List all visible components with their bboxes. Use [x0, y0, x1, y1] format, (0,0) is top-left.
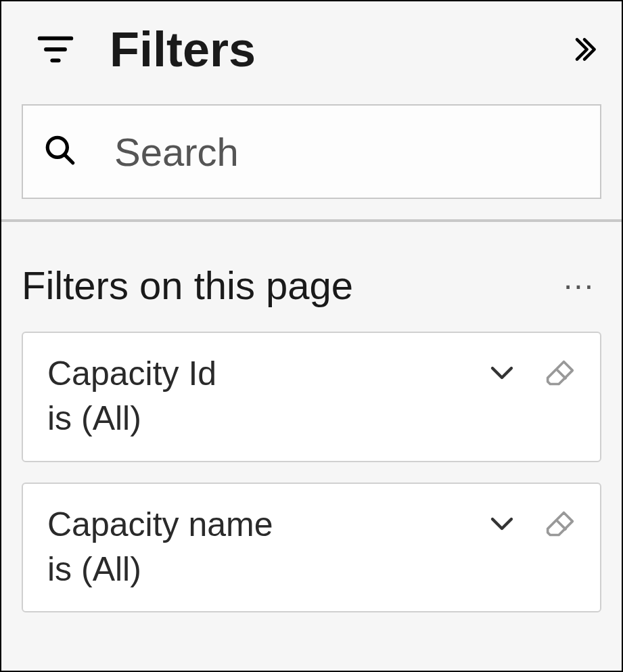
panel-header: Filters — [1, 1, 622, 91]
filter-card-actions — [486, 503, 576, 539]
filter-card-capacity-name[interactable]: Capacity name is (All) — [22, 483, 601, 613]
filters-section: Filters on this page ··· Capacity Id is … — [1, 222, 622, 653]
filters-panel: Filters Filters on this page ··· — [0, 0, 623, 672]
panel-title: Filters — [110, 22, 568, 77]
filter-card-text: Capacity name is (All) — [47, 503, 486, 593]
expand-filter-button[interactable] — [486, 357, 517, 388]
search-input[interactable] — [114, 129, 604, 175]
search-container — [1, 91, 622, 219]
more-options-button[interactable]: ··· — [557, 267, 601, 304]
clear-filter-button[interactable] — [545, 357, 576, 388]
filter-card-actions — [486, 352, 576, 388]
search-icon — [43, 133, 77, 171]
filter-card-text: Capacity Id is (All) — [47, 352, 486, 442]
section-header: Filters on this page ··· — [22, 263, 601, 308]
filter-card-capacity-id[interactable]: Capacity Id is (All) — [22, 332, 601, 462]
filter-name: Capacity name — [47, 503, 486, 547]
filter-icon — [35, 29, 76, 70]
filter-status: is (All) — [47, 547, 486, 593]
section-title: Filters on this page — [22, 263, 557, 308]
filter-name: Capacity Id — [47, 352, 486, 396]
expand-filter-button[interactable] — [486, 508, 517, 539]
svg-line-4 — [65, 155, 72, 162]
collapse-panel-button[interactable] — [568, 32, 601, 66]
svg-line-6 — [557, 520, 567, 530]
clear-filter-button[interactable] — [545, 508, 576, 539]
filter-status: is (All) — [47, 396, 486, 442]
svg-line-5 — [557, 369, 567, 380]
search-box[interactable] — [22, 104, 601, 199]
